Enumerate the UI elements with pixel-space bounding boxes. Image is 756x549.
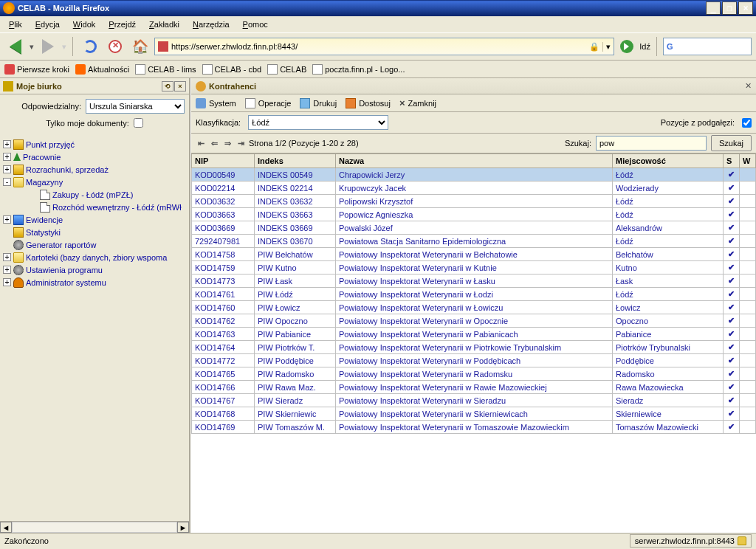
expander-icon[interactable]: + xyxy=(3,215,11,224)
cell-nip: KOD14767 xyxy=(192,394,255,407)
sidebar-hscroll[interactable]: ◄► xyxy=(0,521,189,533)
table-row[interactable]: KOD14761PIW ŁódźPowiatowy Inspektorat We… xyxy=(192,288,756,301)
tree-item[interactable]: Rozchód wewnętrzny - Łódź (mRWł xyxy=(3,201,189,213)
column-header[interactable]: Nazwa xyxy=(336,154,613,168)
restore-button[interactable]: ❐ xyxy=(722,1,737,15)
nav-prev[interactable]: ⇐ xyxy=(209,138,219,148)
table-row[interactable]: KOD14767PIW SieradzPowiatowy Inspektorat… xyxy=(192,394,756,407)
tree-item[interactable]: Statystyki xyxy=(3,226,189,238)
cell-miej: Łódź xyxy=(613,235,724,248)
tree-label: Kartoteki (bazy danych, zbiory wspoma xyxy=(26,253,167,262)
onlymy-checkbox[interactable] xyxy=(134,118,143,128)
column-header[interactable]: Miejscowość xyxy=(613,154,724,168)
menu-edycja[interactable]: Edycja xyxy=(30,18,66,30)
tree-item[interactable]: +Administrator systemu xyxy=(3,276,189,289)
column-header[interactable]: W xyxy=(740,154,756,168)
table-row[interactable]: KOD14772PIW PoddębicePowiatowy Inspektor… xyxy=(192,354,756,367)
tree-item[interactable]: -Magazyny xyxy=(3,176,189,188)
nav-first[interactable]: ⇤ xyxy=(196,138,206,148)
home-button[interactable]: 🏠 xyxy=(129,35,151,58)
back-button[interactable] xyxy=(4,35,27,58)
minimize-button[interactable]: _ xyxy=(706,1,721,15)
stop-button[interactable] xyxy=(104,35,126,58)
tree-item[interactable]: Generator raportów xyxy=(3,238,189,251)
expander-icon[interactable]: + xyxy=(3,253,11,261)
nav-tree: +Punkt przyjęć+Pracownie+Rozrachunki, sp… xyxy=(0,137,189,521)
close-window-button[interactable]: × xyxy=(738,1,753,15)
sidebar-close-button[interactable]: × xyxy=(174,81,186,92)
menu-zamknij[interactable]: ×Zamknij xyxy=(399,97,436,108)
forward-button[interactable] xyxy=(37,35,59,58)
column-header[interactable]: NIP xyxy=(192,154,255,168)
search-button[interactable]: Szukaj xyxy=(711,135,752,151)
table-row[interactable]: KOD00549INDEKS 00549Chrapowicki JerzyŁód… xyxy=(192,168,756,182)
menu-przejdź[interactable]: Przejdź xyxy=(103,18,142,30)
data-grid[interactable]: NIPIndeksNazwaMiejscowośćSW KOD00549INDE… xyxy=(191,153,756,533)
search-bar[interactable]: G xyxy=(663,38,752,55)
table-row[interactable]: KOD14773PIW ŁaskPowiatowy Inspektorat We… xyxy=(192,274,756,288)
sub-checkbox[interactable] xyxy=(742,118,752,128)
table-row[interactable]: KOD14758PIW BełchatówPowiatowy Inspektor… xyxy=(192,248,756,261)
column-header[interactable]: Indeks xyxy=(255,154,336,168)
column-header[interactable]: S xyxy=(724,154,740,168)
sidebar-header: Moje biurko ⟲ × xyxy=(0,78,189,94)
menu-dostosuj[interactable]: Dostosuj xyxy=(346,98,391,108)
table-row[interactable]: KOD14766PIW Rawa Maz.Powiatowy Inspektor… xyxy=(192,381,756,394)
menu-narzędzia[interactable]: Narzędzia xyxy=(187,18,236,30)
table-row[interactable]: KOD14765PIW RadomskoPowiatowy Inspektora… xyxy=(192,367,756,381)
table-row[interactable]: KOD03663INDEKS 03663Popowicz AgnieszkaŁó… xyxy=(192,208,756,221)
expander-icon[interactable]: + xyxy=(3,140,11,148)
table-row[interactable]: KOD14763PIW PabianicePowiatowy Inspektor… xyxy=(192,328,756,341)
tree-item[interactable]: +Ustawienia programu xyxy=(3,263,189,276)
menu-drukuj[interactable]: Drukuj xyxy=(300,98,337,108)
menu-system[interactable]: System xyxy=(196,98,236,108)
menu-pomoc[interactable]: Pomoc xyxy=(237,18,274,30)
nav-last[interactable]: ⇥ xyxy=(236,138,246,148)
tree-icon xyxy=(13,139,24,150)
table-row[interactable]: KOD14760PIW ŁowiczPowiatowy Inspektorat … xyxy=(192,301,756,314)
menu-plik[interactable]: Plik xyxy=(3,18,28,30)
table-row[interactable]: 7292407981INDEKS 03670Powiatowa Stacja S… xyxy=(192,235,756,248)
tree-item[interactable]: +Punkt przyjęć xyxy=(3,138,189,151)
table-row[interactable]: KOD03632INDEKS 03632Polipowski Krzysztof… xyxy=(192,195,756,208)
content-close-button[interactable]: ✕ xyxy=(745,81,752,91)
tree-item[interactable]: +Ewidencje xyxy=(3,213,189,226)
sidebar: Moje biurko ⟲ × Odpowiedzialny: Urszula … xyxy=(0,78,190,533)
table-row[interactable]: KOD14768PIW SkierniewicPowiatowy Inspekt… xyxy=(192,407,756,421)
menu-operacje[interactable]: Operacje xyxy=(245,98,292,108)
responsible-select[interactable]: Urszula Siniarska xyxy=(86,99,185,114)
nav-next[interactable]: ⇒ xyxy=(222,138,233,148)
expander-icon[interactable]: + xyxy=(3,278,11,286)
expander-icon[interactable]: + xyxy=(3,266,11,274)
sidebar-refresh-button[interactable]: ⟲ xyxy=(162,81,173,92)
reload-button[interactable] xyxy=(79,35,101,58)
tree-item[interactable]: +Rozrachunki, sprzedaż xyxy=(3,163,189,176)
expander-icon[interactable]: + xyxy=(3,165,11,173)
bookmark-item[interactable]: Pierwsze kroki xyxy=(4,64,69,75)
table-row[interactable]: KOD14762PIW OpocznoPowiatowy Inspektorat… xyxy=(192,314,756,328)
url-dropdown[interactable]: ▾ xyxy=(602,42,611,52)
bookmark-item[interactable]: poczta.finn.pl - Logo... xyxy=(312,64,405,75)
table-row[interactable]: KOD03669INDEKS 03669Powalski JózefAleksa… xyxy=(192,221,756,235)
tree-item[interactable]: +Kartoteki (bazy danych, zbiory wspoma xyxy=(3,251,189,263)
bookmark-item[interactable]: CELAB xyxy=(267,64,306,75)
table-row[interactable]: KOD14759PIW KutnoPowiatowy Inspektorat W… xyxy=(192,261,756,274)
expander-icon[interactable]: - xyxy=(3,178,11,186)
table-row[interactable]: KOD14764PIW Piotrków T.Powiatowy Inspekt… xyxy=(192,341,756,354)
table-row[interactable]: KOD02214INDEKS 02214Krupowczyk JacekWodz… xyxy=(192,182,756,195)
menu-widok[interactable]: Widok xyxy=(67,18,102,30)
go-button[interactable] xyxy=(620,40,633,53)
table-row[interactable]: KOD14769PIW Tomaszów M.Powiatowy Inspekt… xyxy=(192,421,756,434)
menu-zakładki[interactable]: Zakładki xyxy=(143,18,185,30)
bookmark-item[interactable]: CELAB - lims xyxy=(135,64,196,75)
status-right: serwer.zhwlodz.finn.pl:8443 xyxy=(630,534,752,548)
search-input[interactable] xyxy=(596,136,707,151)
tree-icon xyxy=(40,202,50,213)
expander-icon[interactable]: + xyxy=(3,153,11,161)
tree-item[interactable]: +Pracownie xyxy=(3,151,189,163)
tree-item[interactable]: Zakupy - Łódź (mPZŁ) xyxy=(3,188,189,201)
bookmark-item[interactable]: CELAB - cbd xyxy=(202,64,262,75)
klas-select[interactable]: Łódź xyxy=(248,115,388,130)
url-bar[interactable]: https://serwer.zhwlodz.finn.pl:8443/ 🔒 ▾ xyxy=(154,38,614,55)
bookmark-item[interactable]: Aktualności xyxy=(75,64,129,75)
